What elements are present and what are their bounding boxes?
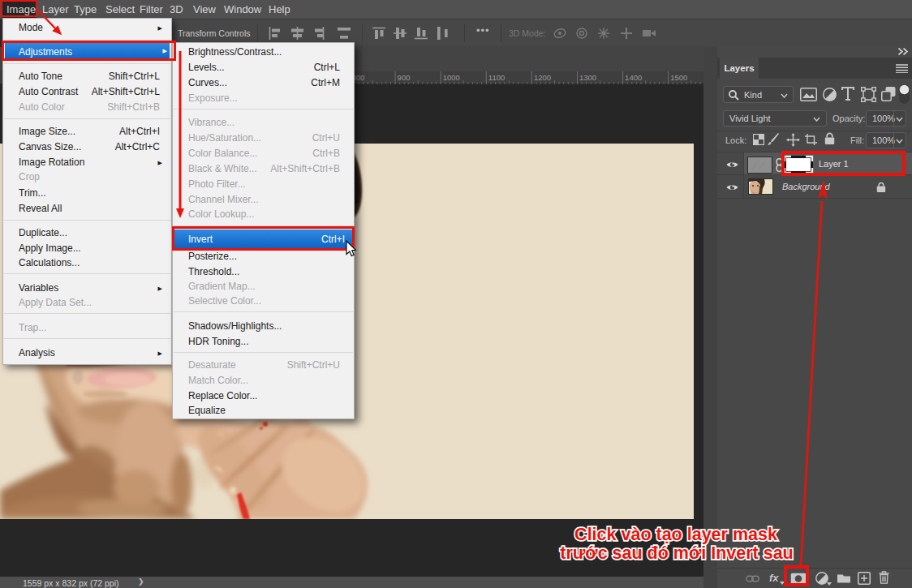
svg-text:1100: 1100: [488, 73, 505, 82]
svg-text:1300: 1300: [579, 73, 596, 82]
svg-text:900: 900: [398, 73, 411, 82]
svg-text:1500: 1500: [670, 73, 687, 82]
svg-text:1200: 1200: [534, 73, 551, 82]
svg-text:1400: 1400: [625, 73, 642, 82]
svg-text:1000: 1000: [443, 73, 460, 82]
